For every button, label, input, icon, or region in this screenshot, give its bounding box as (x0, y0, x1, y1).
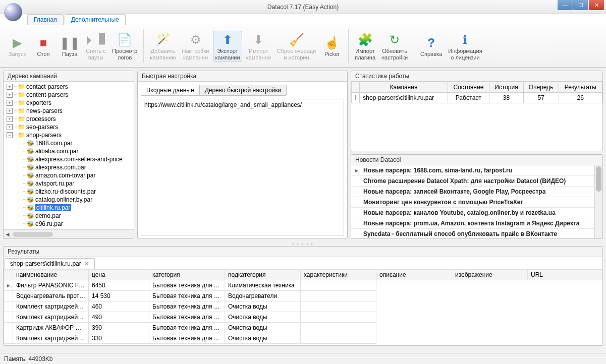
tree-folder[interactable]: +┈📁content-parsers (6, 91, 132, 99)
tree-toggle-icon[interactable]: + (7, 100, 13, 106)
window-minimize-button[interactable]: — (558, 0, 573, 10)
quick-tab-input-data[interactable]: Входные данные (141, 85, 200, 95)
ribbon-viewlogs-button[interactable]: 📄Просмотр логов (110, 31, 139, 61)
tree-item[interactable]: ┈🐝demo.par (15, 212, 132, 220)
news-item[interactable]: Мониторинг цен конкурентов с помощью Pri… (351, 197, 602, 208)
ribbon-import-plugin-button[interactable]: 🧩Импорт плагина (353, 31, 377, 61)
ribbon-start-button[interactable]: ▶Запуск (5, 34, 29, 58)
tree-item[interactable]: ┈🐝blizko.ru-discounts.par (15, 188, 132, 196)
folder-icon: 📁 (18, 124, 25, 131)
ribbon-campaign-settings-button[interactable]: ⚙Настройки кампании (180, 31, 211, 61)
ribbon-unpause-button[interactable]: ⏵❚Снять с паузы (84, 31, 108, 61)
results-column-header[interactable]: наименование (13, 270, 89, 280)
results-cell: Бытовая техника для д… (149, 280, 225, 291)
results-cell (301, 280, 376, 291)
folder-icon: 📁 (18, 132, 25, 139)
results-cell: Комплект картриджей … (13, 301, 89, 312)
stats-col-state[interactable]: Состояние (448, 82, 489, 93)
tree-folder[interactable]: +┈📁news-parsers (6, 107, 132, 115)
news-item[interactable]: Chrome расширение Datacol Xpath: для нас… (351, 176, 602, 187)
ribbon-help-button[interactable]: ?Справка (418, 34, 444, 58)
results-cell: 390 (89, 323, 149, 333)
tree-item[interactable]: ┈🐝catalog.onliner.by.par (15, 196, 132, 204)
results-column-header[interactable]: категория (149, 270, 225, 280)
tree-item[interactable]: ┈🐝citilink.ru.par (15, 204, 132, 212)
ribbon-add-campaign-button[interactable]: 🪄Добавить кампанию (148, 31, 178, 61)
results-column-header[interactable]: изображение (452, 270, 528, 280)
results-column-header[interactable]: цена (89, 270, 149, 280)
tree-item[interactable]: ┈🐝1688.com.par (15, 139, 132, 147)
results-row[interactable]: Комплект картриджей …460Бытовая техника … (4, 301, 603, 312)
tree-item[interactable]: ┈🐝amazon.com-tovar.par (15, 171, 132, 179)
tree-item-label: alibaba.com.par (35, 148, 78, 155)
tree-item-label: blizko.ru-discounts.par (35, 188, 96, 195)
results-row[interactable]: Комплект картриджей …490Бытовая техника … (4, 312, 603, 323)
ribbon-license-button[interactable]: ℹИнформация о лицензии (446, 31, 484, 61)
results-row[interactable]: Водонагреватель прото…14 530Бытовая техн… (4, 291, 603, 301)
tree-toggle-icon[interactable]: + (7, 124, 13, 130)
news-item[interactable]: Syncdata - бесплатный способ опубликоват… (351, 229, 602, 238)
tree-item[interactable]: ┈🐝e96.ru.par (15, 220, 132, 228)
stats-col-queue[interactable]: Очередь (523, 82, 559, 93)
quick-input-textarea[interactable] (141, 99, 344, 235)
parser-file-icon: 🐝 (27, 140, 34, 147)
news-item[interactable]: Новые парсера: prom.ua, Amazon, контента… (351, 218, 602, 229)
ribbon-stop-button[interactable]: ■Стоп (31, 34, 56, 58)
news-item[interactable]: ▸Новые парсера: 1688.com, sima-land.ru, … (351, 165, 602, 176)
ribbon-picker-button[interactable]: ☝️Picker (320, 34, 344, 58)
results-row[interactable]: ▸Фильтр PANASONIC F-Z…6450Бытовая техник… (4, 280, 603, 291)
parser-file-icon: 🐝 (27, 148, 34, 155)
results-column-header[interactable]: URL (528, 270, 603, 280)
status-memory: Память: 44903Kb (4, 355, 53, 362)
ribbon-reset-queue-button[interactable]: 🧹Сброс очереди и истории (275, 31, 318, 61)
tree-item[interactable]: ┈🐝aliexpress.com-sellers-and-price (15, 155, 132, 163)
tree-horizontal-scrollbar[interactable]: ◄ (4, 229, 134, 238)
news-list[interactable]: ▸Новые парсера: 1688.com, sima-land.ru, … (351, 165, 602, 238)
results-tab[interactable]: shop-parsers\citilink.ru.par ✕ (5, 258, 95, 269)
news-item-title: Новые парсера: prom.ua, Amazon, контента… (363, 220, 598, 227)
tree-folder-label: seo-parsers (26, 124, 58, 131)
news-item[interactable]: Новые парсера: записей Вконтакте, Google… (351, 187, 602, 197)
window-close-button[interactable]: ✕ (589, 0, 604, 10)
horizontal-splitter[interactable]: ● ● ● ● ● (0, 242, 606, 246)
tree-item[interactable]: ┈🐝alibaba.com.par (15, 147, 132, 155)
results-column-header[interactable]: подкатегория (225, 270, 301, 280)
stats-col-campaign[interactable]: Кампания (360, 82, 448, 93)
tree-toggle-icon[interactable]: − (7, 132, 13, 138)
main-tab-main[interactable]: Главная (27, 14, 64, 25)
news-item[interactable]: Новые парсера: каналов Youtube, catalog.… (351, 208, 602, 218)
stats-row[interactable]: Ishop-parsers\citilink.ru.parРаботает385… (352, 93, 602, 103)
tree-folder[interactable]: +┈📁seo-parsers (6, 123, 132, 131)
ribbon-import-campaign-button[interactable]: ⬇Импорт кампании (244, 31, 273, 61)
stats-col-results[interactable]: Результаты (559, 82, 602, 93)
results-cell: Очистка воды (225, 333, 301, 344)
tree-folder[interactable]: +┈📁exporters (6, 99, 132, 107)
news-vertical-scrollbar[interactable] (594, 165, 602, 238)
ribbon-refresh-settings-button[interactable]: ↻Обновить настройки (379, 31, 410, 61)
ribbon-pause-button[interactable]: ❚❚Пауза (58, 34, 82, 58)
tree-folder[interactable]: +┈📁processors (6, 115, 132, 123)
campaign-tree[interactable]: +┈📁contact-parsers+┈📁content-parsers+┈📁e… (4, 82, 134, 229)
main-tab-extra[interactable]: Дополнительные (65, 14, 126, 25)
window-maximize-button[interactable]: ☐ (573, 0, 588, 10)
stats-col-history[interactable]: История (489, 82, 524, 93)
tree-item[interactable]: ┈🐝avtsport.ru.par (15, 179, 132, 188)
folder-icon: 📁 (18, 115, 25, 123)
quick-tab-tree[interactable]: Дерево быстрой настройки (200, 85, 287, 95)
tree-folder[interactable]: −┈📁shop-parsers (6, 131, 132, 139)
tree-toggle-icon[interactable]: + (7, 108, 13, 114)
tree-toggle-icon[interactable]: + (7, 116, 13, 122)
tree-folder[interactable]: +┈📁contact-parsers (6, 83, 132, 91)
tree-toggle-icon[interactable]: + (7, 92, 13, 98)
tree-toggle-icon[interactable]: + (7, 84, 13, 90)
results-column-header[interactable]: характеристики (301, 270, 376, 280)
tree-item[interactable]: ┈🐝aliexpress.com.par (15, 163, 132, 171)
tree-folder-label: content-parsers (26, 91, 68, 98)
results-row[interactable]: Комплект картриджей …330Бытовая техника … (4, 333, 603, 344)
ribbon-export-campaign-button[interactable]: ⬆Экспорт кампании (213, 31, 242, 61)
results-row[interactable]: Картридж АКВАФОР Эф…390Бытовая техника д… (4, 323, 603, 333)
results-grid[interactable]: наименованиеценакатегорияподкатегорияхар… (4, 269, 602, 344)
tree-item-label: amazon.com-tovar.par (35, 172, 95, 179)
results-tab-close-icon[interactable]: ✕ (84, 260, 89, 267)
results-column-header[interactable]: описание (376, 270, 452, 280)
